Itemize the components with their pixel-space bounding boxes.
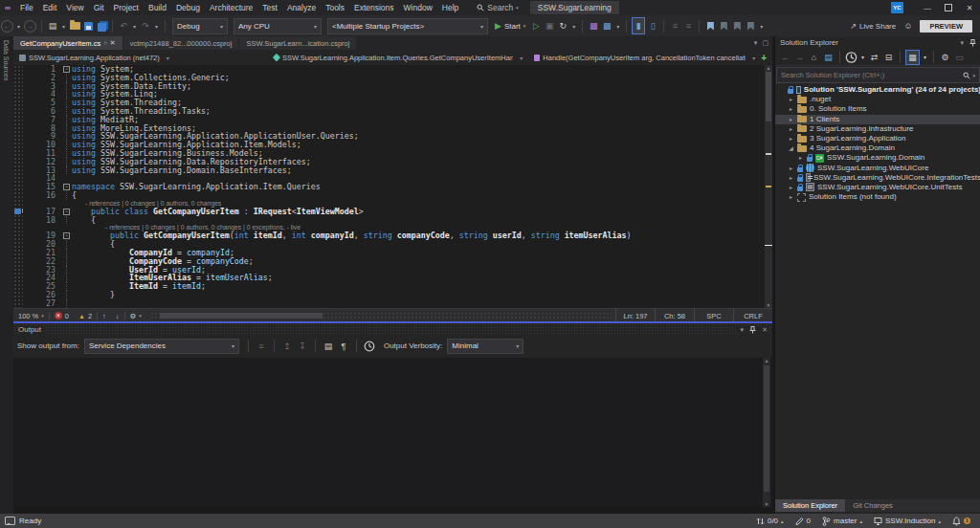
menu-item-file[interactable]: File bbox=[15, 0, 38, 15]
breakpoint-margin[interactable] bbox=[13, 132, 23, 141]
breakpoint-margin[interactable] bbox=[13, 240, 23, 249]
output-content[interactable]: ▲ ▼ bbox=[13, 358, 772, 507]
tree-collapse-icon[interactable]: ▸ bbox=[788, 115, 794, 124]
word-wrap-icon[interactable]: ¶ bbox=[338, 339, 349, 354]
startup-projects-combo[interactable]: <Multiple Startup Projects>▾ bbox=[327, 18, 488, 34]
outdent-icon[interactable]: ≡ bbox=[682, 18, 694, 33]
breakpoint-margin[interactable] bbox=[13, 141, 23, 149]
data-sources-tab[interactable]: Data Sources bbox=[3, 40, 10, 80]
fold-gutter[interactable] bbox=[61, 191, 72, 200]
code-line[interactable]: 18 { bbox=[13, 216, 772, 225]
breadcrumb-member[interactable]: Handle(GetCompanyUserItem arg, Cancellat… bbox=[528, 50, 761, 65]
menu-item-edit[interactable]: Edit bbox=[38, 0, 62, 15]
feedback-bubble-icon[interactable] bbox=[5, 517, 15, 525]
breakpoint-margin[interactable] bbox=[13, 124, 23, 133]
search-options-icon[interactable]: ▾ bbox=[972, 73, 975, 78]
breakpoint-margin[interactable] bbox=[13, 231, 23, 240]
live-unit-testing-icon[interactable]: ▮ bbox=[632, 17, 645, 34]
switch-views-icon[interactable]: ▤ bbox=[822, 51, 835, 64]
solution-configuration-combo[interactable]: Debug▾ bbox=[172, 18, 228, 34]
fold-gutter[interactable] bbox=[61, 132, 72, 141]
open-folder-icon[interactable] bbox=[69, 18, 80, 33]
breakpoint-margin[interactable] bbox=[13, 90, 23, 99]
breadcrumb-project[interactable]: SSW.SugarLearning.Application (net472)▾ bbox=[13, 50, 268, 65]
redo-dropdown-icon[interactable]: ▾ bbox=[153, 18, 160, 33]
tab-pin-icon[interactable]: ○ bbox=[103, 40, 107, 46]
git-repository[interactable]: SSW.Induction▴ bbox=[874, 517, 941, 526]
code-line[interactable]: 16{ bbox=[13, 191, 772, 200]
float-window-icon[interactable]: ▢ bbox=[762, 39, 768, 47]
tool-window-tab[interactable]: Git Changes bbox=[845, 499, 901, 512]
breakpoint-margin[interactable] bbox=[13, 149, 23, 158]
tree-collapse-icon[interactable]: ▸ bbox=[788, 95, 794, 104]
tree-collapse-icon[interactable]: ▸ bbox=[788, 134, 794, 143]
breakpoint-margin[interactable] bbox=[13, 107, 23, 116]
add-icon[interactable]: + bbox=[761, 53, 772, 63]
tree-collapse-icon[interactable]: ▸ bbox=[797, 153, 804, 163]
user-avatar[interactable]: YC bbox=[891, 2, 903, 13]
tree-item[interactable]: ▸Solution Items (not found) bbox=[775, 192, 980, 202]
find-message-icon[interactable]: ≡ bbox=[256, 339, 267, 354]
live-share-button[interactable]: ↗ Live Share bbox=[850, 22, 896, 31]
tree-item[interactable]: ▸.nuget bbox=[775, 95, 980, 104]
document-tab[interactable]: GetCompanyUserItem.cs○✕ bbox=[13, 36, 122, 50]
preview-selected-icon[interactable]: ▭ bbox=[953, 51, 966, 64]
next-bookmark-icon[interactable] bbox=[731, 18, 743, 33]
fold-gutter[interactable] bbox=[61, 107, 72, 116]
close-panel-icon[interactable]: ✕ bbox=[762, 326, 768, 334]
zoom-combo[interactable]: 100 % ▾ bbox=[13, 309, 49, 322]
menu-item-help[interactable]: Help bbox=[437, 0, 463, 15]
fold-gutter[interactable]: - bbox=[61, 231, 72, 240]
code-line[interactable]: 19- public GetCompanyUserItem(int itemId… bbox=[13, 231, 772, 240]
menu-item-tools[interactable]: Tools bbox=[321, 0, 349, 15]
filter-dropdown-icon[interactable]: ▾ bbox=[859, 51, 866, 64]
tree-collapse-icon[interactable]: ▸ bbox=[788, 173, 794, 183]
timestamp-icon[interactable] bbox=[364, 339, 375, 354]
attach-to-process-icon[interactable]: ▣ bbox=[544, 18, 555, 33]
breakpoint-margin[interactable] bbox=[13, 116, 23, 124]
pending-edits[interactable]: 0 bbox=[795, 517, 811, 526]
breakpoint-margin[interactable] bbox=[13, 266, 23, 275]
menu-item-test[interactable]: Test bbox=[257, 0, 282, 15]
fold-collapse-icon[interactable]: - bbox=[63, 232, 70, 239]
breakpoint-margin[interactable] bbox=[13, 191, 23, 200]
tree-collapse-icon[interactable]: ▸ bbox=[788, 104, 794, 114]
breakpoint-margin[interactable] bbox=[13, 299, 23, 308]
new-project-dropdown-icon[interactable]: ▾ bbox=[60, 18, 67, 33]
document-tab[interactable]: vctmp21488_82...000000.csproj bbox=[123, 36, 239, 50]
bookmark-icon[interactable] bbox=[704, 18, 716, 33]
code-line[interactable]: 17- public class GetCompanyUserItem : IR… bbox=[13, 208, 772, 216]
tree-item[interactable]: ▸SSW.SugarLearning.WebUICore.Integration… bbox=[775, 173, 980, 183]
fold-gutter[interactable] bbox=[61, 299, 72, 308]
fold-gutter[interactable]: - bbox=[61, 183, 72, 191]
scrollbar-thumb[interactable] bbox=[766, 72, 771, 121]
tree-item[interactable]: ▸SSW.SugarLearning.Domain bbox=[775, 153, 980, 163]
breakpoint-margin[interactable] bbox=[13, 158, 23, 166]
nav-back-icon[interactable]: ← bbox=[779, 51, 791, 64]
test-dropdown-icon[interactable]: ▾ bbox=[614, 18, 621, 33]
fold-gutter[interactable] bbox=[61, 141, 72, 149]
menu-item-debug[interactable]: Debug bbox=[171, 0, 205, 15]
save-all-icon[interactable] bbox=[96, 18, 107, 33]
collapse-all-icon[interactable]: ⊟ bbox=[882, 51, 895, 64]
solution-platform-combo[interactable]: Any CPU▾ bbox=[234, 18, 322, 34]
fold-gutter[interactable] bbox=[61, 166, 72, 175]
refresh-icon[interactable]: ↻ bbox=[557, 18, 568, 33]
tree-collapse-icon[interactable]: ▸ bbox=[788, 124, 794, 134]
undo-dropdown-icon[interactable]: ▾ bbox=[131, 18, 138, 33]
fold-gutter[interactable]: - bbox=[61, 208, 72, 216]
editor-vertical-scrollbar[interactable]: ▲ ▼ bbox=[765, 65, 772, 308]
fold-gutter[interactable] bbox=[61, 240, 72, 249]
output-panel-header[interactable]: Output ▾ ✕ bbox=[13, 323, 772, 336]
fold-gutter[interactable] bbox=[61, 99, 72, 107]
tab-list-icon[interactable]: ▾ bbox=[754, 39, 758, 47]
previous-bookmark-icon[interactable] bbox=[718, 18, 729, 33]
fold-gutter[interactable] bbox=[61, 291, 72, 299]
sync-with-active-document-icon[interactable]: ⇄ bbox=[868, 51, 880, 64]
nav-forward-icon[interactable]: → bbox=[793, 51, 806, 64]
output-vertical-scrollbar[interactable]: ▲ ▼ bbox=[763, 358, 770, 507]
indent-icon[interactable]: ≡ bbox=[669, 18, 680, 33]
show-all-dropdown-icon[interactable]: ▾ bbox=[922, 51, 928, 64]
menu-item-git[interactable]: Git bbox=[89, 0, 109, 15]
fold-gutter[interactable] bbox=[61, 116, 72, 124]
